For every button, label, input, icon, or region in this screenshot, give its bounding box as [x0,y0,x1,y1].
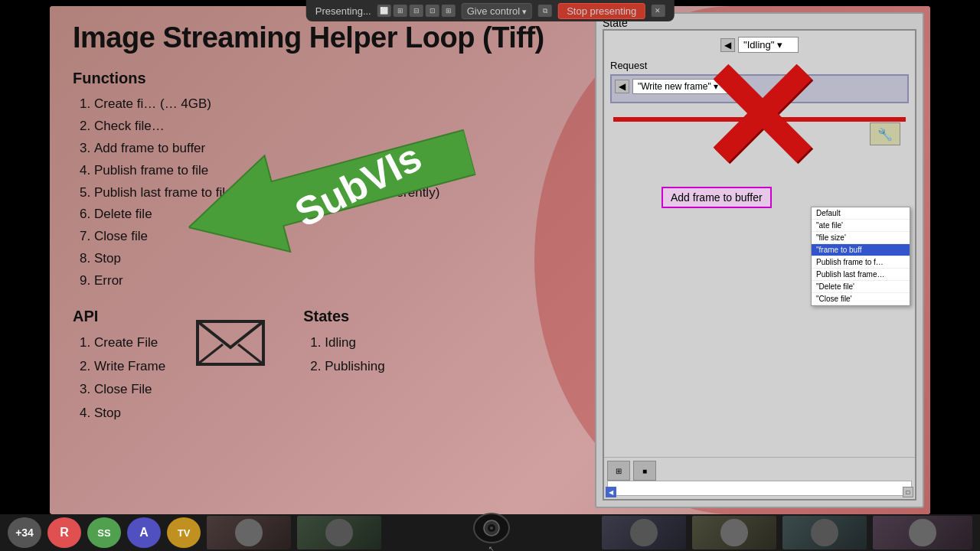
api-list: Create File Write Frame Close File Stop [73,331,165,425]
states-heading: States [303,308,384,325]
bottom-white-box [607,481,912,496]
cursor-label: ↖ [488,545,495,551]
red-rect: Add frame to buffer 🔧 ✕ [613,117,906,122]
list-item: Write Frame [94,355,165,379]
mini-icon-1: 🔧 [870,122,900,145]
svg-line-1 [198,344,223,364]
states-list: Idling Publishing [303,331,384,378]
obs-icon [482,519,501,537]
states-section: States Idling Publishing [303,308,384,425]
presentation-area: Image Streaming Helper Loop (Tiff) Funct… [50,6,930,514]
participant-count[interactable]: +34 [8,517,41,548]
video-thumb-6 [873,516,972,549]
participant-bar: +34 R SS A TV ↖ [0,514,980,551]
obs-button[interactable] [473,513,510,543]
list-item: Stop [94,402,165,425]
avatar-tv[interactable]: TV [167,517,201,548]
dropdown-item-size[interactable]: "file size' [812,232,910,244]
dropdown-item-create[interactable]: "ate file' [812,220,910,232]
state-inner: ◀ "Idling" ▾ Request ◀ "Write new frame"… [603,29,916,500]
nav-icon-bottom[interactable]: ◀ [606,487,616,497]
mini-icons: 🔧 [870,122,900,145]
api-section: API Create File Write Frame Close File S… [73,308,165,425]
svg-point-7 [490,527,493,530]
video-thumb-4 [692,516,776,549]
obs-container: ↖ [473,513,510,551]
video-thumb-1 [207,516,291,549]
presenting-label: Presenting... [315,5,371,17]
bottom-icon-1[interactable]: ⊞ [607,461,630,481]
dropdown-item-close[interactable]: "Close file' [812,293,910,305]
list-item: Close File [94,378,165,402]
view-icon-4[interactable]: ⊡ [426,5,439,17]
dropdown-item-publish[interactable]: Publish frame to f… [812,256,910,269]
bottom-controls: ⊞ ■ [607,461,656,481]
dropdown-item-publish-last[interactable]: Publish last frame… [812,269,910,281]
dropdown-item-default[interactable]: Default [812,207,910,220]
video-thumb-5 [782,516,867,549]
request-section: Request ◀ "Write new frame" ▾ [610,60,909,106]
prev-frame-button[interactable]: ◀ [615,80,629,93]
corner-icon: □ [903,487,913,497]
video-thumb-2 [297,516,381,549]
list-item: Idling [325,331,384,355]
stop-presenting-button[interactable]: Stop presenting [558,3,645,19]
view-icon-2[interactable]: ⊞ [394,5,407,17]
avatar-ss[interactable]: SS [87,517,121,548]
envelope-icon [196,315,265,369]
avatar-a[interactable]: A [127,517,161,548]
dropdown-list[interactable]: Default "ate file' "file size' "frame to… [811,207,910,306]
view-icon-1[interactable]: ⬜ [377,5,391,17]
share-icon[interactable]: ⧉ [538,5,552,17]
dropdown-item-delete[interactable]: "Delete file' [812,281,910,293]
view-mode-icons: ⬜ ⊞ ⊟ ⊡ ⊞ [377,5,456,17]
svg-line-2 [238,344,263,364]
dropdown-item-buffer[interactable]: "frame to buff [812,244,910,256]
avatar-r[interactable]: R [47,517,81,548]
bottom-strip: ⊞ ■ ◀ □ [604,457,915,499]
request-box: ◀ "Write new frame" ▾ Add frame to buffe… [610,74,909,103]
view-icon-3[interactable]: ⊟ [410,5,423,17]
video-thumb-3 [602,516,686,549]
view-icon-5[interactable]: ⊞ [442,5,456,17]
top-bar: Presenting... ⬜ ⊞ ⊟ ⊡ ⊞ Give control ▾ ⧉… [306,0,675,21]
list-item: Publishing [325,355,384,379]
give-control-button[interactable]: Give control ▾ [462,3,532,19]
api-heading: API [73,308,165,325]
envelope-icon-container [196,315,273,425]
x-mark: ✕ [695,43,824,196]
list-item: Create File [94,331,165,355]
bottom-icon-2[interactable]: ■ [633,461,656,481]
state-panel: State ◀ "Idling" ▾ Request ◀ "Write new … [595,12,924,508]
more-options-icon[interactable]: ✕ [651,5,665,17]
